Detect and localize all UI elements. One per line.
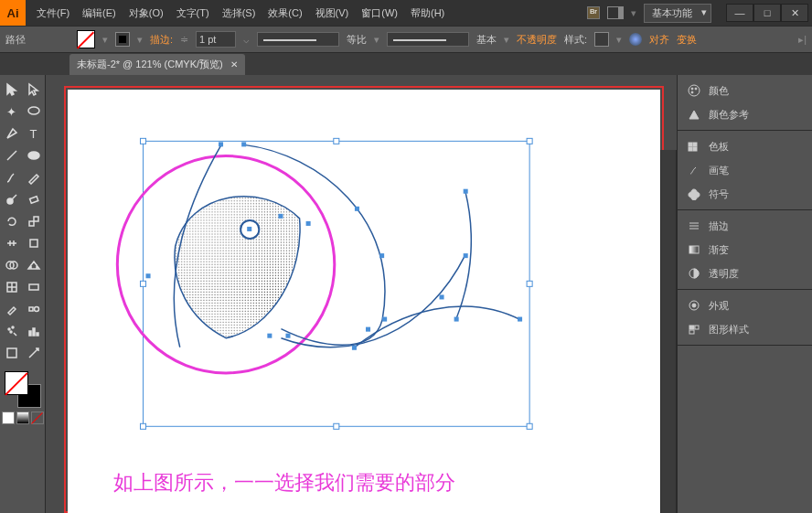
appearance-icon — [687, 298, 701, 313]
gradient-tool[interactable] — [23, 276, 45, 298]
window-close[interactable]: ✕ — [781, 4, 808, 22]
symbol-sprayer-tool[interactable] — [1, 320, 23, 342]
svg-rect-54 — [464, 253, 468, 258]
color-guide-icon — [687, 107, 701, 122]
menu-effect[interactable]: 效果(C) — [262, 4, 307, 23]
svg-rect-32 — [527, 423, 532, 429]
graph-tool[interactable] — [23, 320, 45, 342]
align-label[interactable]: 对齐 — [649, 33, 669, 47]
menu-type[interactable]: 文字(T) — [171, 4, 215, 23]
svg-rect-49 — [366, 327, 370, 332]
canvas-area[interactable]: 如上图所示，一一选择我们需要的部分 — [46, 75, 677, 513]
svg-rect-5 — [29, 197, 37, 203]
svg-rect-61 — [689, 147, 692, 151]
svg-rect-48 — [352, 346, 357, 350]
menu-edit[interactable]: 编辑(E) — [77, 4, 122, 23]
svg-rect-43 — [355, 207, 359, 211]
magic-wand-tool[interactable]: ✦ — [1, 101, 23, 123]
artwork — [68, 90, 660, 513]
brush-tool[interactable] — [1, 166, 23, 188]
recolor-icon[interactable] — [629, 33, 642, 46]
panel-gradient[interactable]: 渐变 — [678, 238, 812, 262]
stroke-label[interactable]: 描边: — [150, 33, 173, 47]
line-tool[interactable] — [1, 144, 23, 166]
rotate-tool[interactable] — [1, 210, 23, 232]
none-mode-icon[interactable] — [31, 411, 44, 424]
bridge-button[interactable]: Br — [587, 6, 600, 19]
mesh-tool[interactable] — [1, 276, 23, 298]
slice-tool[interactable] — [23, 342, 45, 364]
menu-object[interactable]: 对象(O) — [123, 4, 169, 23]
menu-bar: 文件(F) 编辑(E) 对象(O) 文字(T) 选择(S) 效果(C) 视图(V… — [31, 4, 450, 23]
panel-symbols[interactable]: 符号 — [678, 182, 812, 206]
panel-graphic-styles[interactable]: 图形样式 — [678, 317, 812, 341]
direct-selection-tool[interactable] — [23, 79, 45, 101]
shape-builder-tool[interactable] — [1, 254, 23, 276]
svg-rect-30 — [140, 423, 145, 429]
panel-dock-strip[interactable] — [660, 150, 677, 513]
scale-tool[interactable] — [23, 210, 45, 232]
panel-transparency[interactable]: 透明度 — [678, 262, 812, 285]
window-maximize[interactable]: □ — [753, 4, 781, 22]
width-tool[interactable] — [1, 232, 23, 254]
svg-rect-29 — [527, 281, 532, 286]
uniform-label: 等比 — [347, 33, 367, 47]
width-profile[interactable] — [257, 32, 339, 47]
lasso-tool[interactable] — [23, 101, 45, 123]
artboard[interactable]: 如上图所示，一一选择我们需要的部分 — [68, 90, 660, 513]
artboard-tool[interactable] — [1, 342, 23, 364]
svg-rect-72 — [689, 330, 694, 334]
pencil-tool[interactable] — [23, 166, 45, 188]
svg-rect-20 — [29, 331, 31, 336]
blob-brush-tool[interactable] — [1, 188, 23, 210]
panel-color[interactable]: 颜色 — [678, 79, 812, 102]
pen-tool[interactable] — [1, 123, 23, 144]
eyedropper-tool[interactable] — [1, 298, 23, 320]
svg-rect-71 — [695, 326, 699, 329]
ellipse-tool[interactable] — [23, 144, 45, 166]
fill-stroke-indicator[interactable] — [5, 371, 41, 408]
tab-close-icon[interactable]: ✕ — [230, 59, 238, 69]
color-mode-icon[interactable] — [2, 411, 15, 424]
svg-point-16 — [34, 307, 38, 312]
menu-file[interactable]: 文件(F) — [31, 4, 75, 23]
perspective-tool[interactable] — [23, 254, 45, 276]
tutorial-caption: 如上图所示，一一选择我们需要的部分 — [113, 469, 455, 497]
window-minimize[interactable]: — — [726, 4, 753, 22]
panel-color-guide[interactable]: 颜色参考 — [678, 102, 812, 126]
free-transform-tool[interactable] — [23, 232, 45, 254]
svg-point-2 — [28, 152, 39, 159]
menu-select[interactable]: 选择(S) — [217, 4, 262, 23]
panel-appearance[interactable]: 外观 — [678, 294, 812, 317]
type-tool[interactable]: T — [23, 123, 45, 144]
menu-help[interactable]: 帮助(H) — [405, 4, 450, 23]
document-tab[interactable]: 未标题-2* @ 121% (CMYK/预览) ✕ — [69, 54, 245, 75]
brush-definition[interactable] — [387, 32, 469, 47]
title-bar: Ai 文件(F) 编辑(E) 对象(O) 文字(T) 选择(S) 效果(C) 视… — [0, 0, 812, 26]
transform-label[interactable]: 变换 — [677, 33, 697, 47]
style-swatch[interactable] — [594, 32, 609, 47]
panel-swatches[interactable]: 色板 — [678, 134, 812, 158]
eraser-tool[interactable] — [23, 188, 45, 210]
stroke-weight-input[interactable] — [196, 31, 236, 48]
menu-view[interactable]: 视图(V) — [310, 4, 355, 23]
arrange-docs-icon[interactable] — [607, 6, 624, 19]
blend-tool[interactable] — [23, 298, 45, 320]
panel-brushes[interactable]: 画笔 — [678, 158, 812, 182]
graphic-styles-icon — [687, 322, 701, 337]
stroke-swatch[interactable] — [115, 32, 130, 47]
svg-rect-37 — [247, 227, 251, 231]
svg-point-19 — [10, 331, 12, 333]
opacity-label[interactable]: 不透明度 — [517, 33, 557, 47]
panel-stroke[interactable]: 描边 — [678, 214, 812, 238]
fill-swatch[interactable] — [77, 30, 95, 48]
selection-tool[interactable] — [1, 79, 23, 101]
svg-rect-22 — [37, 333, 38, 336]
panel-label: 图形样式 — [709, 323, 749, 337]
workspace-dropdown[interactable]: 基本功能 — [644, 4, 711, 23]
gradient-mode-icon[interactable] — [16, 411, 29, 424]
menu-window[interactable]: 窗口(W) — [356, 4, 403, 23]
svg-rect-28 — [140, 281, 145, 286]
svg-rect-8 — [30, 240, 37, 247]
svg-rect-15 — [29, 307, 33, 311]
